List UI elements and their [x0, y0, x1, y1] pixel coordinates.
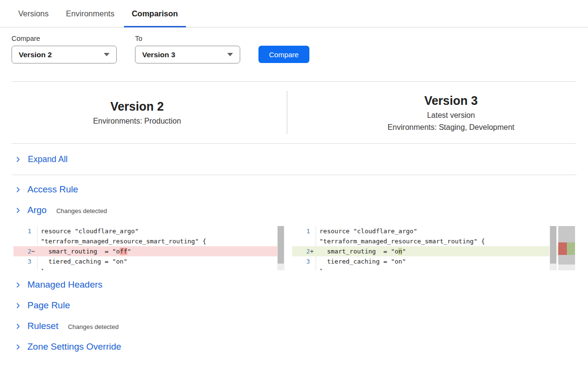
to-label: To	[135, 35, 240, 42]
line-number	[292, 266, 310, 270]
diff-overview-ruler	[558, 226, 575, 270]
diff-marker	[31, 226, 37, 236]
code-line: }	[292, 266, 575, 270]
section-page-rule[interactable]: Page Rule	[0, 299, 588, 312]
expand-all-button[interactable]: Expand All	[0, 144, 588, 175]
code-text: resource "cloudflare_argo"	[316, 226, 417, 236]
code-line: "terraform_managed_resource_smart_routin…	[292, 236, 575, 246]
changes-detected-badge: Changes detected	[56, 206, 107, 215]
version-left-title: Version 2	[12, 100, 263, 114]
diff-marker	[310, 236, 316, 246]
diff-marker: −	[31, 246, 37, 256]
code-text: tiered_caching = "on"	[316, 256, 406, 266]
from-version-select[interactable]: Version 2	[12, 46, 117, 63]
chevron-right-icon	[14, 343, 22, 351]
line-number: 1	[292, 226, 310, 236]
tab-versions[interactable]: Versions	[18, 0, 49, 27]
section-access-rule[interactable]: Access Rule	[0, 183, 588, 196]
tab-environments[interactable]: Environments	[66, 0, 114, 27]
version-right-panel: Version 3 Latest version Environments: S…	[287, 94, 577, 132]
chevron-right-icon	[14, 323, 22, 330]
divider	[12, 175, 576, 175]
scrollbar-thumb[interactable]	[278, 226, 284, 264]
line-number: 3	[292, 256, 310, 266]
code-line: 1 resource "cloudflare_argo"	[292, 226, 575, 236]
ruler-track-bottom	[558, 265, 575, 270]
code-line: 3 tiered_caching = "on"	[292, 256, 575, 266]
line-number	[292, 236, 310, 246]
code-line-added: 2+ smart_routing = "on"	[292, 246, 575, 256]
scrollbar[interactable]	[277, 226, 284, 270]
version-right-title: Version 3	[326, 94, 577, 108]
to-version-value: Version 3	[142, 51, 175, 59]
line-number: 2	[13, 246, 31, 256]
section-ruleset[interactable]: Ruleset Changes detected	[0, 320, 588, 332]
ruler-added-mark	[567, 242, 575, 255]
scrollbar-thumb[interactable]	[550, 226, 556, 264]
version-left-panel: Version 2 Environments: Production	[12, 100, 287, 126]
diff-marker	[310, 266, 316, 270]
changes-detected-badge: Changes detected	[68, 322, 119, 330]
chevron-right-icon	[14, 281, 22, 289]
section-argo[interactable]: Argo Changes detected	[0, 204, 588, 216]
diff-marker	[31, 256, 37, 266]
version-right-environments: Environments: Staging, Development	[326, 123, 577, 132]
code-line: 1 resource "cloudflare_argo"	[13, 226, 284, 236]
tab-comparison[interactable]: Comparison	[132, 0, 178, 27]
section-label: Page Rule	[27, 300, 70, 311]
to-version-select[interactable]: Version 3	[135, 46, 240, 63]
compare-button[interactable]: Compare	[258, 46, 309, 63]
line-number	[13, 236, 31, 246]
chevron-right-icon	[14, 186, 22, 193]
line-number: 2	[292, 246, 310, 256]
section-label: Managed Headers	[27, 279, 102, 290]
section-label: Access Rule	[27, 184, 78, 195]
section-label: Ruleset	[27, 321, 58, 331]
chevron-down-icon	[104, 53, 110, 56]
compare-label: Compare	[12, 35, 117, 42]
diff-marker: +	[310, 246, 316, 256]
diff-right-panel[interactable]: 1 resource "cloudflare_argo" "terraform_…	[292, 226, 575, 270]
diff-marker	[310, 256, 316, 266]
compare-bar: Compare Version 2 To Version 3 Compare	[0, 27, 588, 63]
version-left-environments: Environments: Production	[12, 117, 263, 126]
from-version-value: Version 2	[19, 51, 52, 59]
code-text: "terraform_managed_resource_smart_routin…	[316, 236, 485, 246]
expand-all-label: Expand All	[28, 154, 68, 164]
line-number: 1	[13, 226, 31, 236]
code-text: tiered_caching = "on"	[37, 256, 127, 266]
deleted-word-highlight: ff	[120, 248, 127, 255]
scrollbar[interactable]	[550, 226, 557, 270]
section-label: Argo	[27, 205, 47, 215]
chevron-right-icon	[14, 156, 22, 163]
line-number	[13, 266, 31, 270]
code-line: 3 tiered_caching = "on"	[13, 256, 284, 266]
diff-left-panel[interactable]: 1 resource "cloudflare_argo" "terraform_…	[13, 226, 284, 270]
section-managed-headers[interactable]: Managed Headers	[0, 278, 588, 291]
tab-bar: Versions Environments Comparison	[0, 0, 588, 27]
argo-diff-view: 1 resource "cloudflare_argo" "terraform_…	[13, 226, 575, 270]
chevron-down-icon	[227, 53, 233, 56]
chevron-right-icon	[14, 302, 22, 309]
section-label: Zone Settings Override	[27, 341, 121, 352]
code-text: }	[37, 266, 45, 270]
code-text: }	[316, 266, 323, 270]
line-number: 3	[13, 256, 31, 266]
diff-marker	[310, 226, 316, 236]
code-text: resource "cloudflare_argo"	[37, 226, 139, 236]
diff-marker	[31, 236, 37, 246]
version-headers: Version 2 Environments: Production Versi…	[0, 82, 588, 143]
code-text: smart_routing = "off"	[37, 246, 131, 256]
code-line: "terraform_managed_resource_smart_routin…	[13, 236, 284, 246]
code-text: "terraform_managed_resource_smart_routin…	[37, 236, 206, 246]
section-zone-settings-override[interactable]: Zone Settings Override	[0, 341, 588, 353]
version-right-subtitle: Latest version	[326, 111, 577, 120]
ruler-deleted-mark	[558, 242, 567, 255]
code-text: smart_routing = "on"	[316, 246, 406, 256]
diff-marker	[31, 266, 37, 270]
code-line: }	[13, 266, 284, 270]
code-line-deleted: 2− smart_routing = "off"	[13, 246, 284, 256]
chevron-right-icon	[14, 207, 22, 214]
